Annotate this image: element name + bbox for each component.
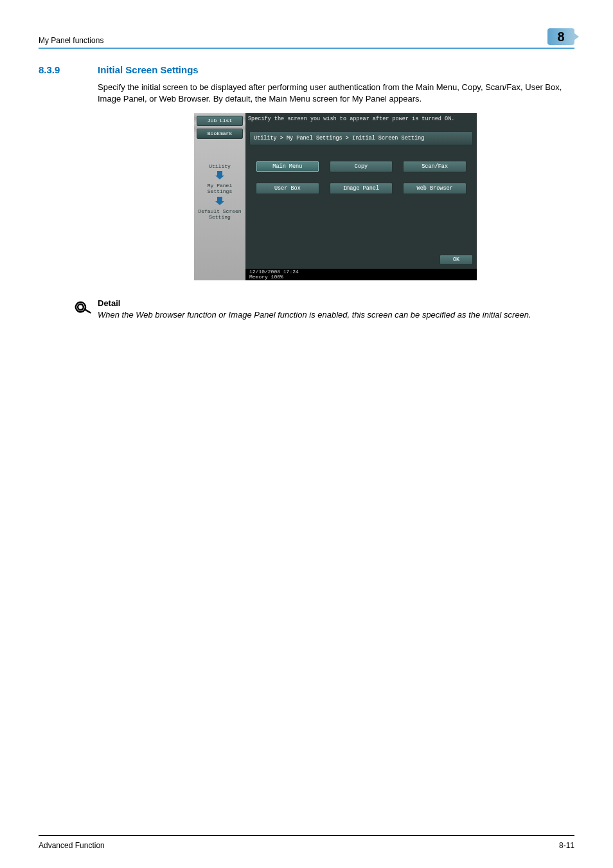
running-title: My Panel functions [39,36,103,45]
option-main-menu[interactable]: Main Menu [256,161,319,172]
header-rule [39,48,574,49]
panel-message: Specify the screen you wish to appear af… [248,116,454,122]
footer-rule [39,835,574,836]
printer-panel-screenshot: Job List Bookmark Utility My Panel Setti… [194,113,477,280]
panel-main: Specify the screen you wish to appear af… [245,113,477,269]
option-web-browser[interactable]: Web Browser [403,183,466,194]
section-title: Initial Screen Settings [98,64,199,75]
job-list-button[interactable]: Job List [197,116,243,126]
detail-text: When the Web browser function or Image P… [98,309,574,321]
panel-breadcrumb: Utility > My Panel Settings > Initial Sc… [249,131,473,145]
section-paragraph: Specify the initial screen to be display… [98,82,573,104]
svg-point-1 [77,303,84,311]
option-user-box[interactable]: User Box [256,183,319,194]
svg-line-2 [85,309,91,314]
option-copy[interactable]: Copy [330,161,393,172]
panel-side: Job List Bookmark Utility My Panel Setti… [194,113,245,280]
utility-label: Utility [197,163,243,169]
detail-label: Detail [98,298,574,308]
ok-button[interactable]: OK [440,255,473,265]
svg-point-0 [75,301,87,313]
footer-doc-title: Advanced Function [39,841,105,850]
panel-footer: 12/10/2008 17:24 Memory 100% [245,269,477,280]
arrow-down-icon [217,171,222,176]
footer-page-number: 8-11 [559,841,574,850]
panel-memory: Memory 100% [249,275,299,280]
bookmark-button[interactable]: Bookmark [197,129,243,139]
default-screen-setting-label: Default Screen Setting [197,208,243,220]
option-image-panel[interactable]: Image Panel [330,183,393,194]
arrow-down-icon [217,197,222,202]
chapter-badge: 8 [547,28,574,45]
chapter-number: 8 [557,30,564,44]
section-number: 8.3.9 [39,64,98,75]
magnifier-icon [72,298,94,323]
my-panel-settings-label: My Panel Settings [197,183,243,194]
option-scan-fax[interactable]: Scan/Fax [403,161,466,172]
